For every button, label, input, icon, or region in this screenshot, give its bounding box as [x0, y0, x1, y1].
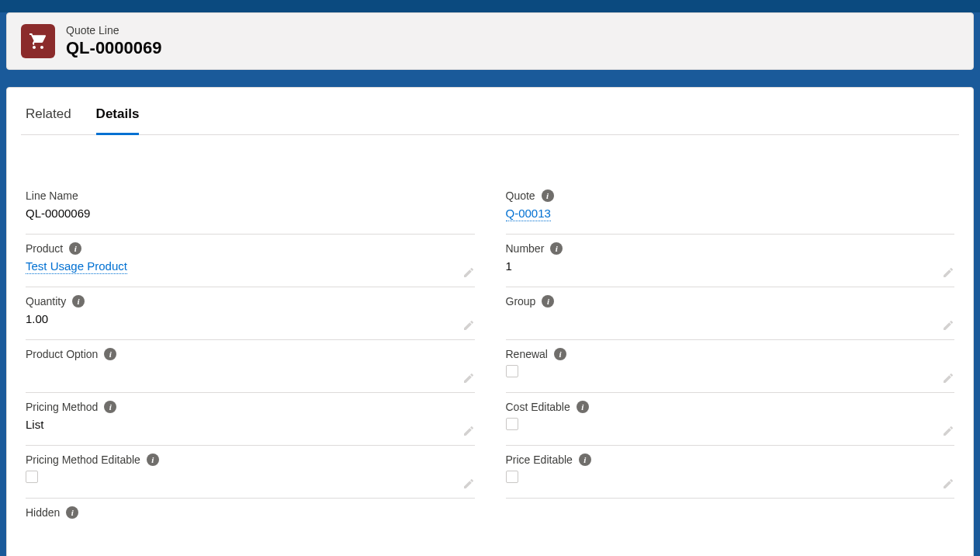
- field-value-pricing-method-editable: [26, 471, 475, 486]
- field-value-quote: Q-00013: [506, 207, 955, 222]
- cart-icon: [21, 24, 55, 58]
- field-value-product-option: [26, 365, 475, 381]
- field-label-product: Product: [26, 242, 63, 255]
- field-label-group: Group: [506, 295, 536, 308]
- info-icon[interactable]: i: [69, 242, 81, 255]
- tab-details[interactable]: Details: [96, 88, 140, 135]
- edit-icon[interactable]: [462, 425, 475, 437]
- info-icon[interactable]: i: [104, 348, 116, 360]
- field-label-cost-editable: Cost Editable: [506, 401, 570, 413]
- content-card: Related Details Line NameQL-0000069Produ…: [6, 87, 974, 556]
- record-title: QL-0000069: [66, 38, 162, 58]
- field-quote: QuoteiQ-00013: [506, 182, 955, 235]
- info-icon[interactable]: i: [554, 348, 566, 360]
- info-icon[interactable]: i: [550, 242, 563, 255]
- field-label-pricing-method-editable: Pricing Method Editable: [26, 453, 140, 466]
- field-value-quantity: 1.00: [26, 312, 475, 328]
- link-quote[interactable]: Q-00013: [506, 207, 551, 221]
- info-icon[interactable]: i: [542, 189, 554, 202]
- field-group: Groupi: [506, 287, 955, 340]
- tab-bar: Related Details: [21, 88, 959, 135]
- field-value-price-editable: [506, 471, 955, 486]
- edit-icon[interactable]: [942, 372, 954, 384]
- tab-related[interactable]: Related: [26, 88, 71, 135]
- field-price-editable: Price Editablei: [506, 446, 955, 499]
- edit-icon[interactable]: [462, 319, 475, 332]
- field-label-pricing-method: Pricing Method: [26, 401, 98, 413]
- top-accent-bar: [0, 0, 980, 12]
- edit-icon[interactable]: [942, 319, 954, 332]
- checkbox-pricing-method-editable[interactable]: [26, 471, 38, 483]
- field-pricing-method-editable: Pricing Method Editablei: [26, 446, 475, 499]
- field-value-product: Test Usage Product: [26, 259, 475, 275]
- edit-icon[interactable]: [462, 478, 475, 490]
- field-value-renewal: [506, 365, 955, 381]
- field-cost-editable: Cost Editablei: [506, 393, 955, 446]
- field-value-line-name: QL-0000069: [26, 207, 475, 222]
- record-header: Quote Line QL-0000069: [6, 12, 974, 70]
- field-value-number: 1: [506, 259, 955, 275]
- field-value-hidden: [26, 523, 475, 539]
- field-label-quantity: Quantity: [26, 295, 66, 308]
- field-value-pricing-method: List: [26, 418, 475, 433]
- field-label-hidden: Hidden: [26, 506, 60, 519]
- field-product-option: Product Optioni: [26, 340, 475, 393]
- field-number: Numberi1: [506, 235, 955, 287]
- edit-icon[interactable]: [462, 266, 475, 279]
- link-product[interactable]: Test Usage Product: [26, 259, 127, 274]
- field-label-product-option: Product Option: [26, 348, 98, 360]
- checkbox-renewal[interactable]: [506, 365, 518, 377]
- info-icon[interactable]: i: [542, 295, 554, 308]
- field-hidden: Hiddeni: [26, 499, 475, 551]
- field-label-price-editable: Price Editable: [506, 453, 573, 466]
- details-grid: Line NameQL-0000069ProductiTest Usage Pr…: [21, 182, 959, 551]
- info-icon[interactable]: i: [72, 295, 85, 308]
- info-icon[interactable]: i: [579, 453, 591, 466]
- info-icon[interactable]: i: [66, 506, 78, 519]
- field-product: ProductiTest Usage Product: [26, 235, 475, 287]
- field-value-group: [506, 312, 955, 328]
- info-icon[interactable]: i: [104, 401, 116, 413]
- field-pricing-method: Pricing MethodiList: [26, 393, 475, 446]
- spacer: [0, 70, 980, 87]
- edit-icon[interactable]: [942, 425, 954, 437]
- checkbox-price-editable[interactable]: [506, 471, 518, 483]
- field-label-quote: Quote: [506, 189, 535, 202]
- field-value-cost-editable: [506, 418, 955, 433]
- checkbox-cost-editable[interactable]: [506, 418, 518, 430]
- field-quantity: Quantityi1.00: [26, 287, 475, 340]
- field-label-line-name: Line Name: [26, 189, 78, 202]
- info-icon[interactable]: i: [577, 401, 589, 413]
- field-line-name: Line NameQL-0000069: [26, 182, 475, 235]
- object-label: Quote Line: [66, 24, 162, 36]
- edit-icon[interactable]: [942, 266, 954, 279]
- field-label-renewal: Renewal: [506, 348, 548, 360]
- edit-icon[interactable]: [942, 478, 954, 490]
- field-renewal: Renewali: [506, 340, 955, 393]
- field-label-number: Number: [506, 242, 545, 255]
- edit-icon[interactable]: [462, 372, 475, 384]
- info-icon[interactable]: i: [147, 453, 159, 466]
